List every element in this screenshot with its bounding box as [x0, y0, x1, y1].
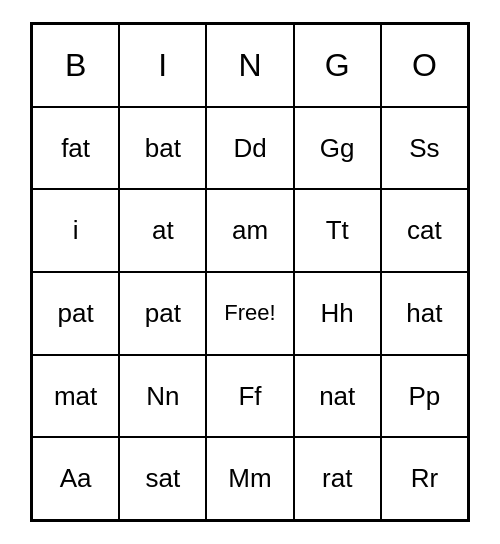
- cell-1-2: bat: [119, 107, 206, 190]
- cell-2-1: i: [32, 189, 119, 272]
- cell-4-2: Nn: [119, 355, 206, 438]
- cell-4-4: nat: [294, 355, 381, 438]
- bingo-row-3: pat pat Free! Hh hat: [32, 272, 468, 355]
- header-o: O: [381, 24, 468, 107]
- cell-1-3: Dd: [206, 107, 293, 190]
- cell-5-4: rat: [294, 437, 381, 520]
- cell-5-5: Rr: [381, 437, 468, 520]
- cell-1-1: fat: [32, 107, 119, 190]
- bingo-card: B I N G O fat bat Dd Gg Ss i at am Tt ca…: [30, 22, 470, 522]
- cell-4-1: mat: [32, 355, 119, 438]
- cell-2-5: cat: [381, 189, 468, 272]
- bingo-row-4: mat Nn Ff nat Pp: [32, 355, 468, 438]
- bingo-row-5: Aa sat Mm rat Rr: [32, 437, 468, 520]
- cell-3-3-free: Free!: [206, 272, 293, 355]
- cell-1-5: Ss: [381, 107, 468, 190]
- header-g: G: [294, 24, 381, 107]
- cell-4-5: Pp: [381, 355, 468, 438]
- cell-3-1: pat: [32, 272, 119, 355]
- header-n: N: [206, 24, 293, 107]
- bingo-row-2: i at am Tt cat: [32, 189, 468, 272]
- cell-3-5: hat: [381, 272, 468, 355]
- cell-5-2: sat: [119, 437, 206, 520]
- cell-5-3: Mm: [206, 437, 293, 520]
- header-i: I: [119, 24, 206, 107]
- header-row: B I N G O: [32, 24, 468, 107]
- bingo-row-1: fat bat Dd Gg Ss: [32, 107, 468, 190]
- cell-2-3: am: [206, 189, 293, 272]
- cell-3-4: Hh: [294, 272, 381, 355]
- cell-2-2: at: [119, 189, 206, 272]
- header-b: B: [32, 24, 119, 107]
- cell-4-3: Ff: [206, 355, 293, 438]
- cell-5-1: Aa: [32, 437, 119, 520]
- cell-1-4: Gg: [294, 107, 381, 190]
- cell-3-2: pat: [119, 272, 206, 355]
- cell-2-4: Tt: [294, 189, 381, 272]
